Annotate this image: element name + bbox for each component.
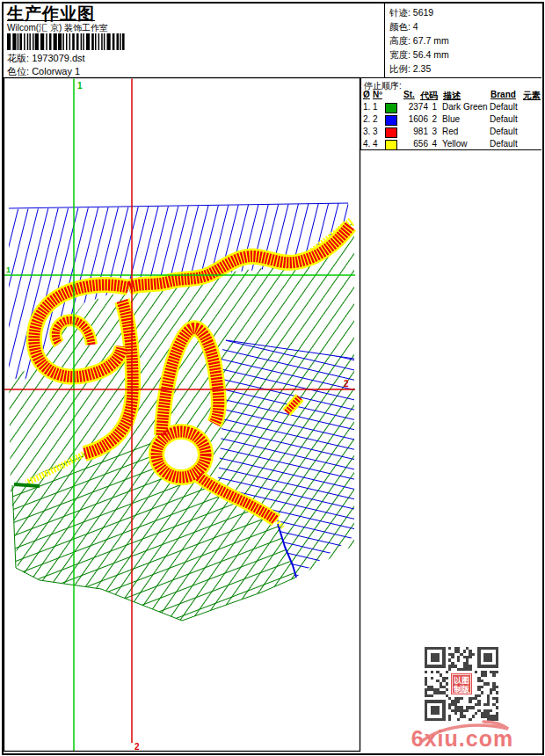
row-stitches: 1606 <box>398 114 428 124</box>
width-row: 宽度: 56.4 mm <box>389 47 449 62</box>
col-header-desc: 描述 <box>443 90 461 102</box>
color-count-label: 颜色: <box>389 21 411 32</box>
table-row: 1. 1 2374 1 Dark Green Default <box>361 102 541 114</box>
height-row: 高度: 67.7 mm <box>389 33 449 47</box>
color-swatch <box>385 115 397 126</box>
color-swatch <box>385 127 397 138</box>
info-divider <box>384 4 385 77</box>
width-label: 宽度: <box>389 49 411 60</box>
color-swatch <box>385 103 397 113</box>
row-seq: 2. 2 <box>363 114 378 124</box>
pattern-file-row: 花版: 1973079.dst <box>7 52 85 65</box>
row-description: Dark Green <box>442 102 488 112</box>
studio-name: Wilcom(汇 京) 装饰工作室 <box>7 22 108 34</box>
col-header-code: 代码 <box>420 90 438 102</box>
row-brand: Default <box>490 139 518 149</box>
pattern-file-value: 1973079.dst <box>32 53 85 63</box>
row-stitches: 981 <box>398 127 428 136</box>
width-value: 56.4 mm <box>413 49 449 60</box>
row-seq: 1. 1 <box>363 102 378 112</box>
barcode <box>7 33 130 51</box>
stitch-count-row: 针迹: 5619 <box>389 5 449 19</box>
row-description: Red <box>442 127 458 136</box>
row-description: Blue <box>442 114 460 124</box>
row-code: 3 <box>425 127 437 136</box>
row-stitches: 2374 <box>398 102 428 112</box>
row-brand: Default <box>490 114 518 124</box>
colorway-row: 色位: Colorway 1 <box>7 65 80 78</box>
scale-value: 2.35 <box>413 63 431 74</box>
watermark-site-text: 6xiu.com <box>411 726 513 751</box>
row-code: 1 <box>425 102 437 112</box>
col-header-elem: 元素 <box>523 90 541 102</box>
col-header-brand: Brand <box>490 90 516 99</box>
stitch-count-value: 5619 <box>413 7 433 18</box>
row-seq: 4. 4 <box>363 139 378 149</box>
scale-row: 比例: 2.35 <box>389 62 449 76</box>
col-header-no: Nº <box>373 90 382 99</box>
height-label: 高度: <box>389 35 411 46</box>
colorway-value: Colorway 1 <box>32 66 80 76</box>
colorway-label: 色位: <box>7 66 29 76</box>
production-sheet-page: { "header": { "title": "生产作业图", "studio"… <box>0 0 545 756</box>
design-info-box: 针迹: 5619 颜色: 4 高度: 67.7 mm 宽度: 56.4 mm 比… <box>389 5 449 76</box>
row-code: 4 <box>425 139 437 149</box>
table-row: 2. 2 1606 2 Blue Default <box>361 114 541 127</box>
color-swatch <box>385 140 397 150</box>
color-count-row: 颜色: 4 <box>389 19 449 33</box>
col-header-hash: Ø <box>363 90 370 99</box>
row-description: Yellow <box>442 139 468 149</box>
row-code: 2 <box>425 114 437 124</box>
table-row: 3. 3 981 3 Red Default <box>361 127 541 139</box>
stitch-count-label: 针迹: <box>389 7 411 18</box>
height-value: 67.7 mm <box>413 35 449 46</box>
qr-code: 以图 制版 <box>425 647 498 721</box>
color-count-value: 4 <box>413 21 418 32</box>
col-header-st: St. <box>403 90 415 99</box>
pattern-file-label: 花版: <box>7 53 29 63</box>
table-row: 4. 4 656 4 Yellow Default <box>361 139 541 151</box>
row-seq: 3. 3 <box>363 127 378 136</box>
stop-sequence-table: 停止顺序: Ø Nº St. 代码 描述 Brand 元素 1. 1 2374 … <box>360 78 541 150</box>
site-watermark: 6xiu.com <box>410 715 515 752</box>
row-brand: Default <box>490 127 518 136</box>
scale-label: 比例: <box>389 63 411 74</box>
seal-text-line1: 以图 <box>454 676 469 685</box>
row-brand: Default <box>490 102 518 112</box>
row-stitches: 656 <box>398 139 428 149</box>
seal-text-line2: 制版 <box>453 685 470 694</box>
